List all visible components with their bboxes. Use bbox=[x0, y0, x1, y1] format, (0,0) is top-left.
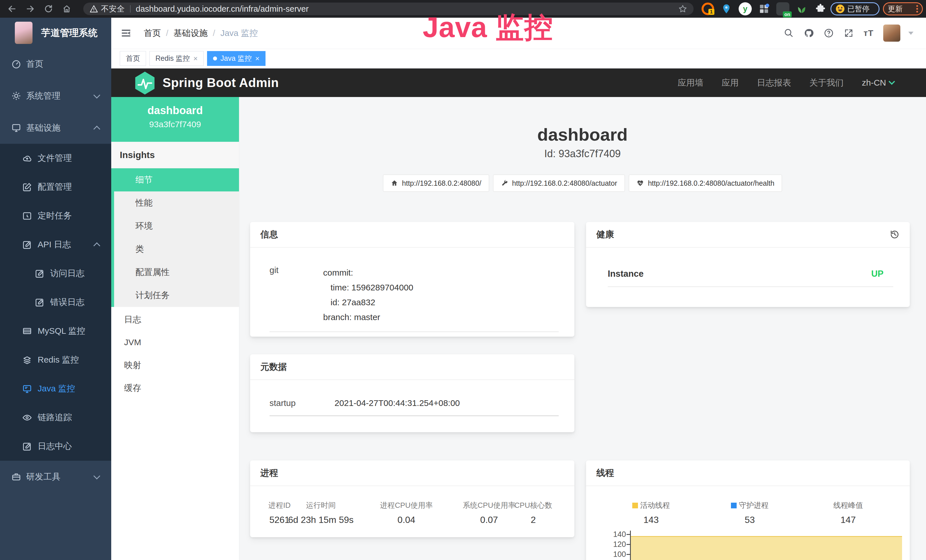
sidebar-item-system[interactable]: 系统管理 bbox=[0, 80, 111, 112]
live-threads-area bbox=[631, 536, 902, 560]
sidebar-item-redis-monitor[interactable]: Redis 监控 bbox=[0, 345, 111, 374]
sba-item-config-props[interactable]: 配置属性 bbox=[114, 261, 239, 284]
process-value-system-cpu: 0.07 bbox=[480, 515, 498, 525]
extension-icon-c[interactable]: 1 bbox=[702, 3, 714, 15]
breadcrumb-item-infra[interactable]: 基础设施 bbox=[173, 27, 207, 39]
browser-update-button[interactable]: 更新 bbox=[883, 2, 923, 15]
breadcrumb-item-current: Java 监控 bbox=[221, 27, 258, 39]
briefcase-icon bbox=[11, 472, 21, 481]
screen: 不安全 dashboard.yudao.iocoder.cn/infra/adm… bbox=[0, 0, 926, 560]
health-heart-icon bbox=[637, 179, 644, 187]
sba-nav-locale[interactable]: zh-CN bbox=[862, 78, 894, 88]
avatar-caret-icon[interactable] bbox=[908, 32, 914, 35]
avatar[interactable] bbox=[883, 24, 900, 42]
sba-item-classes[interactable]: 类 bbox=[114, 238, 239, 261]
tab-java-monitor[interactable]: Java 监控 × bbox=[207, 51, 265, 66]
sidebar-item-infra[interactable]: 基础设施 bbox=[0, 112, 111, 144]
spring-boot-admin-logo-icon[interactable] bbox=[134, 71, 156, 94]
extension-icon-leaf[interactable] bbox=[795, 2, 808, 15]
sba-item-scheduled-tasks[interactable]: 计划任务 bbox=[114, 284, 239, 307]
instance-row-label: Instance bbox=[608, 269, 644, 279]
sidebar-item-mysql-monitor[interactable]: MySQL 监控 bbox=[0, 317, 111, 345]
sba-nav-journal[interactable]: 日志报表 bbox=[757, 77, 791, 89]
process-header-uptime: 运行时间 bbox=[306, 500, 336, 510]
git-commit-line: commit: bbox=[323, 265, 559, 280]
app-sidebar: 芋道管理系统 首页 系统管理 基础设施 文件管理 配置管理 bbox=[0, 18, 111, 560]
process-value-pid: 5261 bbox=[269, 515, 289, 525]
close-icon[interactable]: × bbox=[194, 55, 198, 62]
sba-item-caches[interactable]: 缓存 bbox=[111, 377, 239, 400]
sidebar-item-home[interactable]: 首页 bbox=[0, 48, 111, 80]
tab-redis-monitor[interactable]: Redis 监控 × bbox=[150, 51, 204, 66]
breadcrumb-item-home[interactable]: 首页 bbox=[144, 27, 161, 39]
sba-brand-title[interactable]: Spring Boot Admin bbox=[163, 76, 279, 90]
sidebar-item-dev-tools[interactable]: 研发工具 bbox=[0, 461, 111, 493]
github-icon[interactable] bbox=[803, 28, 814, 38]
sidebar-item-error-logs[interactable]: 错误日志 bbox=[0, 288, 111, 317]
paused-label: 已暂停 bbox=[847, 4, 870, 14]
sidebar-item-tracing[interactable]: 链路追踪 bbox=[0, 403, 111, 432]
sba-item-logs[interactable]: 日志 bbox=[111, 308, 239, 331]
sidebar-item-api-logs[interactable]: API 日志 bbox=[0, 230, 111, 259]
java-monitor-icon bbox=[22, 384, 32, 394]
extension-icon-grid[interactable] bbox=[758, 2, 770, 15]
sba-item-details[interactable]: 细节 bbox=[114, 168, 239, 191]
sba-item-jvm[interactable]: JVM bbox=[111, 331, 239, 354]
health-url-button[interactable]: http://192.168.0.2:48080/actuator/health bbox=[629, 175, 782, 192]
breadcrumb-separator: / bbox=[166, 28, 168, 38]
card-info-title: 信息 bbox=[250, 222, 574, 248]
sidebar-item-java-monitor[interactable]: Java 监控 bbox=[0, 374, 111, 403]
sidebar-item-log-center[interactable]: 日志中心 bbox=[0, 432, 111, 461]
search-icon[interactable] bbox=[784, 28, 794, 38]
fullscreen-icon[interactable] bbox=[844, 28, 854, 38]
sba-nav-wallboard[interactable]: 应用墙 bbox=[678, 77, 703, 89]
wrench-link-icon bbox=[501, 179, 508, 187]
browser-home-icon[interactable] bbox=[61, 3, 73, 15]
cloud-upload-icon bbox=[22, 153, 32, 163]
sba-root-group: 日志 JVM 映射 缓存 bbox=[111, 308, 239, 400]
sidebar-submenu-infra: 文件管理 配置管理 定时任务 API 日志 访问日志 错误日志 bbox=[0, 144, 111, 461]
sba-item-mappings[interactable]: 映射 bbox=[111, 354, 239, 377]
close-icon[interactable]: × bbox=[255, 55, 260, 62]
browser-back-icon[interactable] bbox=[6, 3, 18, 15]
chevron-down-icon bbox=[93, 472, 100, 479]
sba-item-metrics[interactable]: 性能 bbox=[114, 191, 239, 215]
instance-header[interactable]: dashboard 93a3fc7f7409 bbox=[111, 97, 239, 142]
sidebar-item-config-manage[interactable]: 配置管理 bbox=[0, 173, 111, 201]
card-process: 进程 进程ID 运行时间 进程CPU使用率 系统CPU使用率 CPU核心数 52… bbox=[250, 460, 574, 537]
browser-address-bar[interactable]: 不安全 dashboard.yudao.iocoder.cn/infra/adm… bbox=[83, 3, 694, 15]
git-id-line: id: 27aa832 bbox=[323, 295, 559, 310]
service-url-button[interactable]: http://192.168.0.2:48080/ bbox=[383, 175, 489, 192]
sba-nav-applications[interactable]: 应用 bbox=[722, 77, 738, 89]
extension-icon-pin[interactable] bbox=[720, 2, 733, 15]
browser-reload-icon[interactable] bbox=[42, 3, 55, 15]
tab-home[interactable]: 首页 bbox=[120, 51, 146, 66]
extension-icon-y[interactable]: y bbox=[738, 2, 752, 15]
history-icon[interactable] bbox=[890, 230, 899, 239]
browser-forward-icon[interactable] bbox=[24, 3, 36, 15]
legend-blue-square-icon bbox=[731, 502, 737, 509]
sidebar-item-file-manage[interactable]: 文件管理 bbox=[0, 144, 111, 173]
home-link-icon bbox=[391, 179, 398, 187]
paused-extension-button[interactable]: 已暂停 bbox=[831, 2, 879, 15]
health-instance-row[interactable]: Instance UP bbox=[586, 248, 910, 279]
sidebar-item-label: Redis 监控 bbox=[38, 354, 79, 366]
app-logo-row[interactable]: 芋道管理系统 bbox=[0, 18, 111, 48]
sidebar-item-access-logs[interactable]: 访问日志 bbox=[0, 259, 111, 288]
metadata-startup-row: startup 2021-04-27T00:44:31.254+08:00 bbox=[250, 380, 574, 408]
sidebar-item-label: 基础设施 bbox=[26, 122, 61, 134]
dashboard-icon bbox=[11, 59, 21, 69]
bookmark-star-icon[interactable] bbox=[678, 4, 687, 14]
help-icon[interactable] bbox=[824, 28, 834, 38]
sidebar-item-scheduled-jobs[interactable]: 定时任务 bbox=[0, 201, 111, 230]
extensions-puzzle-icon[interactable] bbox=[814, 2, 827, 15]
extension-icon-screenshot[interactable]: on bbox=[776, 2, 790, 15]
hamburger-icon[interactable] bbox=[120, 27, 132, 39]
actuator-url-button[interactable]: http://192.168.0.2:48080/actuator bbox=[493, 175, 625, 192]
sba-item-environment[interactable]: 环境 bbox=[114, 215, 239, 238]
font-size-icon[interactable]: ᴛT bbox=[864, 28, 873, 38]
sba-nav-about[interactable]: 关于我们 bbox=[809, 77, 844, 89]
y-tick-mark bbox=[626, 544, 630, 545]
locale-label: zh-CN bbox=[862, 78, 886, 88]
value-live-threads: 143 bbox=[643, 515, 658, 525]
